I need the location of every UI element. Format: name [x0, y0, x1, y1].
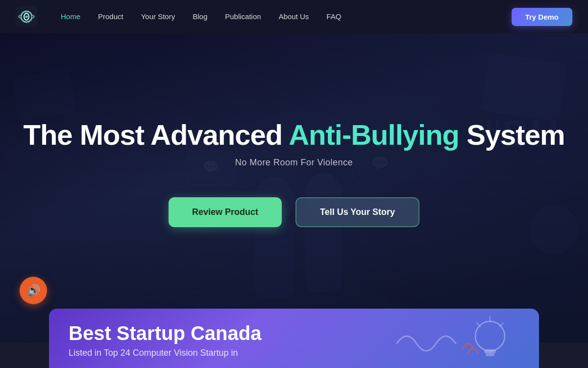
nav-item-blog[interactable]: Blog	[193, 12, 207, 21]
hero-buttons: Review Product Tell Us Your Story	[169, 197, 419, 227]
nav-item-product[interactable]: Product	[98, 12, 123, 21]
hero-headline: The Most Advanced Anti-Bullying System	[24, 119, 565, 151]
svg-line-19	[500, 323, 503, 326]
nav-item-home[interactable]: Home	[61, 12, 80, 21]
logo-icon	[16, 6, 37, 27]
hero-content: The Most Advanced Anti-Bullying System N…	[4, 119, 585, 227]
nav-links: Home Product Your Story Blog Publication…	[61, 12, 341, 21]
speaker-button[interactable]: 🔊	[20, 277, 47, 304]
banner-title: Best Startup Canada	[69, 322, 519, 344]
bottom-banner: Best Startup Canada Listed in Top 24 Com…	[49, 309, 539, 368]
headline-accent: Anti-Bullying	[289, 119, 459, 151]
svg-point-15	[475, 321, 505, 351]
hero-section: #BU 💬 💬 The Most Advanced Anti-Bullying …	[0, 33, 588, 342]
headline-pre: The Most Advanced	[24, 119, 289, 151]
svg-rect-4	[19, 15, 22, 18]
tell-story-button[interactable]: Tell Us Your Story	[295, 197, 419, 227]
banner-decoration	[392, 314, 519, 368]
try-demo-button[interactable]: Try Demo	[512, 8, 572, 26]
svg-point-3	[25, 16, 28, 18]
banner-subtitle: Listed in Top 24 Computer Vision Startup…	[69, 348, 519, 358]
svg-rect-17	[486, 353, 494, 356]
svg-rect-16	[484, 349, 496, 353]
headline-post: System	[459, 119, 564, 151]
nav-item-faq[interactable]: FAQ	[326, 12, 341, 21]
review-product-button[interactable]: Review Product	[169, 197, 282, 227]
svg-line-20	[477, 323, 480, 326]
logo[interactable]	[16, 6, 37, 27]
svg-rect-5	[31, 15, 34, 18]
nav-item-about-us[interactable]: About Us	[279, 12, 309, 21]
banner-deco-svg	[392, 314, 519, 368]
nav-item-your-story[interactable]: Your Story	[141, 12, 175, 21]
hero-subtitle: No More Room For Violence	[235, 158, 353, 168]
speaker-icon: 🔊	[27, 284, 40, 297]
nav-item-publication[interactable]: Publication	[225, 12, 261, 21]
navbar: Home Product Your Story Blog Publication…	[0, 0, 588, 33]
